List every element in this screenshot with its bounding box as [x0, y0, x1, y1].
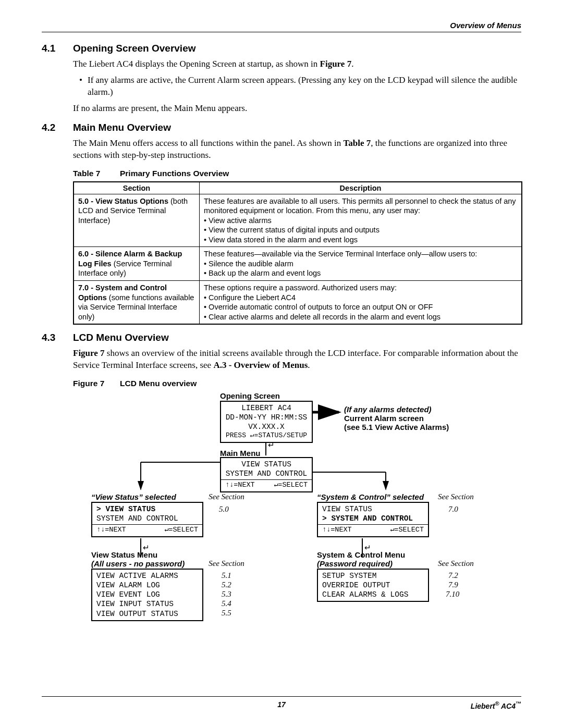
system-control-box: VIEW STATUS > SYSTEM AND CONTROL ↑↓=NEXT… [317, 502, 429, 537]
caption-title: Primary Functions Overview [120, 169, 229, 178]
section-num: 5.0 - [78, 197, 95, 205]
opening-screen-box: LIEBERT AC4 DD-MON-YY HR:MM:SS VX.XXX.X … [220, 401, 313, 443]
top-rule [42, 32, 521, 32]
alarm-note-3: (see 5.1 View Active Alarms) [344, 423, 449, 431]
menu-item: VIEW EVENT LOG [96, 590, 198, 599]
section-number: 4.2 [42, 122, 73, 133]
section-title: LCD Menu Overview [73, 332, 169, 343]
label-view-status-selected: “View Status” selected [91, 492, 176, 501]
bullet-text: If any alarms are active, the Current Al… [88, 75, 521, 98]
alarm-note-1: (If any alarms detected) [344, 405, 432, 414]
label-see-section-2: See Section [438, 492, 474, 501]
text: The Main Menu offers access to all funct… [73, 138, 344, 148]
caption-label: Figure 7 [73, 379, 120, 388]
text: . [308, 360, 310, 370]
section-num: 6.0 - [78, 250, 95, 258]
section-4-2-body: The Main Menu offers access to all funct… [73, 138, 521, 162]
lcd-line: VIEW STATUS [225, 460, 308, 469]
menu-item: OVERRIDE OUTPUT [322, 581, 424, 590]
lcd-menu-diagram: ↵ ↵ ↵ ⇕ Opening Screen LIEBERT AC4 DD-MO… [73, 391, 522, 626]
menu-item: CLEAR ALARMS & LOGS [322, 590, 424, 599]
section-ref: 5.4 [222, 599, 231, 608]
section-title: Main Menu Overview [73, 122, 171, 133]
desc-item: View active alarms [209, 216, 272, 225]
desc-item: Back up the alarm and event logs [209, 269, 321, 277]
desc-item: Override automatic control of outputs to… [209, 303, 433, 311]
lcd-line: SYSTEM AND CONTROL [96, 514, 198, 523]
primary-functions-table: Section Description 5.0 - View Status Op… [73, 181, 522, 325]
desc-item: View the current status of digital input… [209, 226, 380, 234]
table-caption: Table 7 Primary Functions Overview [73, 169, 521, 178]
main-menu-box: VIEW STATUS SYSTEM AND CONTROL ↑↓=NEXT ↵… [220, 457, 313, 492]
view-status-menu-box: VIEW ACTIVE ALARMS VIEW ALARM LOG VIEW E… [91, 569, 203, 621]
page-number: 17 [202, 700, 362, 710]
bullet-icon: • [79, 75, 88, 98]
section-ref: 5.3 [222, 590, 231, 599]
section-bold: View Status Options [95, 197, 168, 205]
table-row: 7.0 - System and Control Options (some f… [74, 281, 522, 325]
section-ref: 5.5 [222, 609, 231, 618]
product-pre: Liebert [471, 702, 495, 710]
desc-intro: These features—available via the Service… [204, 250, 477, 258]
menu-item: VIEW OUTPUT STATUS [96, 609, 198, 619]
lcd-line: SYSTEM AND CONTROL [225, 469, 308, 478]
lcd-line: VX.XXX.X [225, 422, 308, 431]
desc-intro: These options require a password. Author… [204, 283, 397, 292]
nav-hint-left: ↑↓=NEXT [96, 526, 126, 535]
table-row: 6.0 - Silence Alarm & Backup Log Files (… [74, 247, 522, 281]
footer: 17 Liebert® AC4™ [42, 700, 521, 710]
section-4-1-body: The Liebert AC4 displays the Opening Scr… [73, 58, 521, 115]
menu-item: VIEW INPUT STATUS [96, 599, 198, 609]
lcd-line: VIEW STATUS [322, 504, 424, 514]
desc-item: Clear active alarms and delete all recor… [209, 313, 440, 321]
table-ref: Table 7 [344, 138, 371, 148]
product-post: AC4 [499, 702, 516, 710]
running-head: Overview of Menus [42, 21, 521, 30]
lcd-line-selected: > SYSTEM AND CONTROL [322, 514, 424, 523]
nav-hint-right: ↵=SELECT [274, 481, 308, 490]
section-ref: 5.0 [219, 505, 229, 514]
text: The Liebert AC4 displays the Opening Scr… [73, 59, 320, 69]
menu-item: VIEW ALARM LOG [96, 581, 198, 590]
nav-hint-left: ↑↓=NEXT [225, 481, 255, 490]
section-4-3-heading: 4.3 LCD Menu Overview [42, 332, 521, 343]
footer-rule [42, 696, 521, 697]
section-4-1-heading: 4.1 Opening Screen Overview [42, 43, 521, 54]
figure-caption: Figure 7 LCD Menu overview [73, 379, 521, 388]
caption-title: LCD Menu overview [120, 379, 197, 388]
figure-ref: Figure 7 [73, 348, 105, 358]
label-sc-menu-sub: (Password required) [317, 559, 393, 568]
section-4-3-body: Figure 7 shows an overview of the initia… [73, 348, 521, 372]
section-number: 4.1 [42, 43, 73, 54]
product-name: Liebert® AC4™ [361, 700, 521, 710]
section-num: 7.0 - [78, 283, 95, 292]
trademark-icon: ™ [516, 700, 521, 707]
label-sc-menu: System & Control Menu [317, 550, 405, 559]
desc-item: Silence the audible alarm [209, 260, 293, 268]
xref: A.3 - Overview of Menus [213, 360, 308, 370]
section-title: Opening Screen Overview [73, 43, 195, 54]
label-system-control-selected: “System & Control” selected [317, 492, 424, 501]
label-see-section-4: See Section [438, 559, 474, 568]
registered-icon: ® [495, 700, 499, 707]
view-status-box: > VIEW STATUS SYSTEM AND CONTROL ↑↓=NEXT… [91, 502, 203, 537]
section-ref: 7.9 [448, 581, 458, 589]
figure-ref: Figure 7 [320, 59, 352, 69]
label-see-section-1: See Section [209, 492, 244, 501]
section-ref: 7.0 [448, 505, 458, 514]
section-ref: 7.2 [448, 571, 458, 580]
section-number: 4.3 [42, 332, 73, 343]
label-opening-screen: Opening Screen [220, 391, 280, 400]
text: . [351, 59, 353, 69]
col-header-description: Description [200, 182, 522, 194]
nav-hint-left: ↑↓=NEXT [322, 526, 352, 535]
lcd-line: DD-MON-YY HR:MM:SS [225, 413, 308, 422]
table-row: 5.0 - View Status Options (both LCD and … [74, 194, 522, 247]
nav-hint-right: ↵=SELECT [164, 526, 198, 535]
caption-label: Table 7 [73, 169, 120, 178]
lcd-line-selected: > VIEW STATUS [96, 504, 198, 514]
section-4-2-heading: 4.2 Main Menu Overview [42, 122, 521, 133]
desc-intro: These features are available to all user… [204, 197, 516, 215]
section-ref: 7.10 [446, 590, 459, 599]
section-ref: 5.1 [222, 571, 231, 580]
